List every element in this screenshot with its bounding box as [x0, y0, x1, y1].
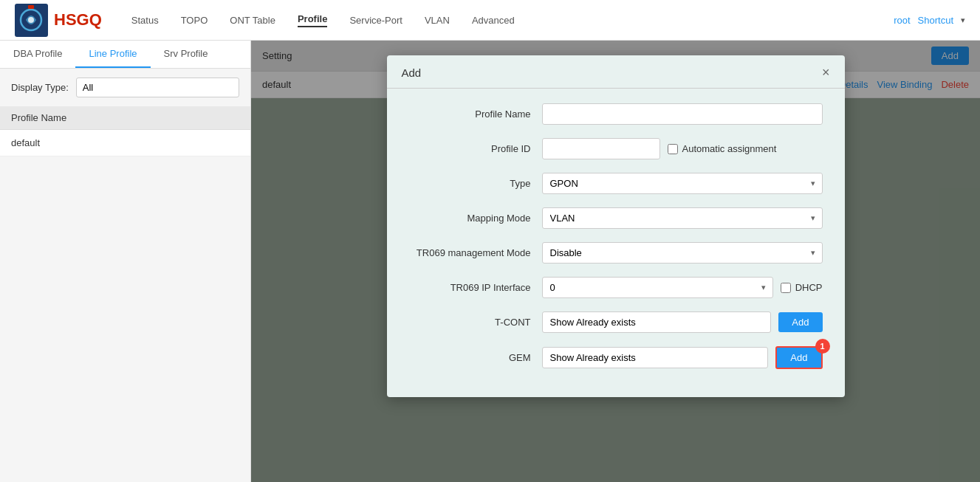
gem-controls: Show Already exists Add 1: [542, 346, 823, 369]
dhcp-checkbox[interactable]: [781, 283, 791, 293]
nav-vlan[interactable]: VLAN: [425, 15, 450, 26]
profile-name-label: Profile Name: [409, 109, 542, 120]
mapping-mode-row: Mapping Mode VLAN ▾: [409, 207, 823, 229]
type-select-wrapper: GPON ▾: [542, 173, 823, 194]
nav-service-port[interactable]: Service-Port: [349, 15, 402, 26]
tr069-mode-label: TR069 management Mode: [409, 247, 542, 258]
nav-status[interactable]: Status: [131, 15, 159, 26]
svg-rect-3: [28, 5, 34, 9]
modal-close-button[interactable]: ×: [822, 66, 830, 79]
filter-row: Display Type: All: [0, 69, 250, 106]
type-row: Type GPON ▾: [409, 173, 823, 194]
logo-area: HSGQ: [15, 4, 102, 37]
tab-line-profile[interactable]: Line Profile: [75, 41, 150, 68]
left-panel: DBA Profile Line Profile Srv Profile Dis…: [0, 41, 251, 482]
add-modal: Add × Profile Name Profile ID: [387, 55, 845, 397]
profile-name-input[interactable]: [542, 103, 823, 125]
t-cont-row: T-CONT Show Already exists Add: [409, 311, 823, 333]
nav-shortcut[interactable]: Shortcut: [918, 15, 953, 26]
profile-id-row: Profile ID Automatic assignment: [409, 138, 823, 159]
profile-id-label: Profile ID: [409, 143, 542, 154]
tr069-ip-label: TR069 IP Interface: [409, 282, 542, 293]
right-panel: ForoISP Setting Add default View Details…: [251, 41, 980, 482]
t-cont-label: T-CONT: [409, 317, 542, 328]
gem-badge: 1: [815, 339, 830, 354]
svg-point-2: [28, 17, 34, 23]
gem-label: GEM: [409, 352, 542, 363]
top-navigation: HSGQ Status TOPO ONT Table Profile Servi…: [0, 0, 980, 41]
mapping-mode-label: Mapping Mode: [409, 213, 542, 224]
tab-bar: DBA Profile Line Profile Srv Profile: [0, 41, 250, 69]
display-type-select[interactable]: All: [76, 78, 239, 97]
profile-id-input[interactable]: [542, 138, 660, 159]
type-label: Type: [409, 178, 542, 189]
tr069-mode-select[interactable]: Disable: [542, 242, 823, 264]
logo-icon: [15, 4, 48, 37]
tab-dba-profile[interactable]: DBA Profile: [0, 41, 75, 68]
tr069-mode-select-wrapper: Disable ▾: [542, 242, 823, 264]
tab-srv-profile[interactable]: Srv Profile: [151, 41, 222, 68]
automatic-assignment-label: Automatic assignment: [682, 143, 777, 154]
tr069-ip-select-wrapper: 0 ▾: [542, 277, 773, 298]
automatic-assignment-checkbox[interactable]: [668, 144, 678, 154]
nav-profile[interactable]: Profile: [298, 13, 327, 27]
nav-links: Status TOPO ONT Table Profile Service-Po…: [131, 13, 894, 27]
type-select[interactable]: GPON: [542, 173, 823, 194]
nav-topo[interactable]: TOPO: [181, 15, 208, 26]
mapping-mode-select[interactable]: VLAN: [542, 207, 823, 229]
content-area: DBA Profile Line Profile Srv Profile Dis…: [0, 41, 980, 482]
tr069-mode-row: TR069 management Mode Disable ▾: [409, 242, 823, 264]
logo-text: HSGQ: [54, 10, 102, 30]
nav-user[interactable]: root: [894, 15, 910, 26]
gem-show-exists-button[interactable]: Show Already exists: [542, 347, 769, 368]
mapping-mode-select-wrapper: VLAN ▾: [542, 207, 823, 229]
modal-overlay: Add × Profile Name Profile ID: [251, 41, 980, 482]
table-row: default: [0, 130, 250, 156]
tr069-ip-row: TR069 IP Interface 0 ▾ DHCP: [409, 277, 823, 298]
filter-label: Display Type:: [11, 82, 69, 93]
profile-name-row: Profile Name: [409, 103, 823, 125]
dhcp-group: DHCP: [781, 282, 823, 293]
gem-add-badge-container: Add 1: [775, 346, 822, 369]
automatic-assignment-group: Automatic assignment: [668, 143, 777, 154]
nav-right: root Shortcut ▾: [894, 15, 965, 26]
t-cont-add-button[interactable]: Add: [778, 312, 822, 332]
modal-title: Add: [402, 66, 422, 79]
dhcp-label: DHCP: [795, 282, 823, 293]
modal-body: Profile Name Profile ID Automatic assign…: [387, 89, 845, 397]
t-cont-show-exists-button[interactable]: Show Already exists: [542, 311, 772, 333]
nav-dropdown-arrow-icon[interactable]: ▾: [961, 16, 965, 25]
nav-advanced[interactable]: Advanced: [472, 15, 515, 26]
profile-name-header: Profile Name: [0, 106, 250, 130]
gem-row: GEM Show Already exists Add 1: [409, 346, 823, 369]
gem-add-button[interactable]: Add: [775, 346, 822, 369]
t-cont-controls: Show Already exists Add: [542, 311, 823, 333]
modal-header: Add ×: [387, 55, 845, 89]
tr069-ip-select[interactable]: 0: [542, 277, 773, 298]
nav-ont-table[interactable]: ONT Table: [230, 15, 275, 26]
